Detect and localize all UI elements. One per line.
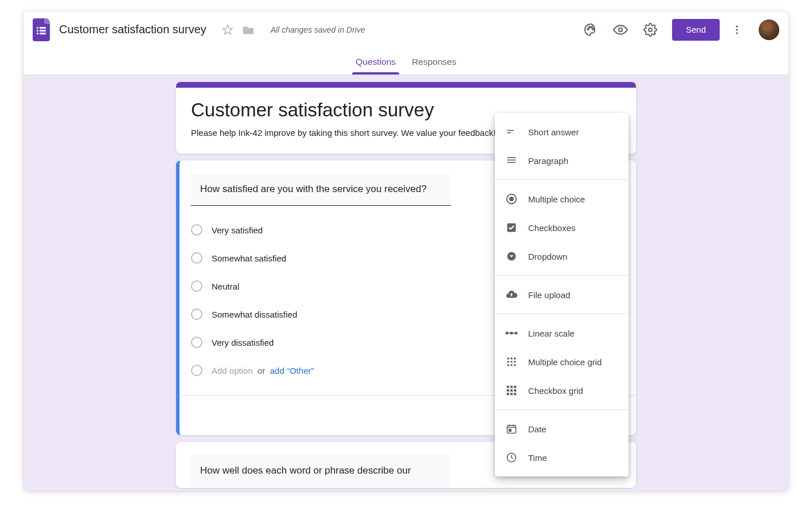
svg-rect-22 [508, 159, 516, 161]
account-avatar[interactable] [759, 19, 779, 40]
option-label[interactable]: Somewhat dissatisfied [212, 310, 297, 319]
question-type-menu: Short answer Paragraph Multiple choice C… [495, 113, 628, 476]
settings-icon[interactable] [638, 17, 663, 42]
qtype-multiple-choice[interactable]: Multiple choice [495, 185, 628, 213]
radio-icon [191, 337, 202, 348]
tab-responses[interactable]: Responses [409, 49, 459, 74]
qtype-checkbox-grid[interactable]: Checkbox grid [495, 376, 628, 405]
tab-questions[interactable]: Questions [353, 49, 398, 74]
svg-point-35 [507, 361, 509, 363]
svg-rect-51 [509, 429, 511, 431]
cloud-upload-icon [505, 288, 518, 301]
qtype-short-answer[interactable]: Short answer [495, 118, 628, 146]
preview-icon[interactable] [608, 17, 633, 42]
option-label[interactable]: Neutral [212, 282, 239, 291]
svg-point-33 [510, 357, 513, 359]
svg-point-38 [507, 364, 509, 366]
svg-point-10 [592, 28, 594, 29]
svg-rect-20 [508, 132, 512, 134]
qtype-linear-scale[interactable]: Linear scale [495, 319, 628, 347]
send-button[interactable]: Send [672, 19, 720, 41]
svg-rect-19 [508, 130, 514, 131]
svg-rect-23 [508, 162, 516, 163]
short-answer-icon [505, 126, 518, 138]
svg-rect-48 [510, 393, 513, 395]
radio-icon [191, 252, 202, 264]
qtype-checkboxes[interactable]: Checkboxes [495, 213, 628, 242]
qtype-multiple-choice-grid[interactable]: Multiple choice grid [495, 347, 628, 376]
svg-rect-0 [37, 27, 38, 29]
save-status: All changes saved in Drive [271, 25, 365, 34]
svg-point-15 [736, 32, 737, 34]
qtype-dropdown[interactable]: Dropdown [495, 242, 628, 271]
option-label[interactable]: Somewhat satisfied [212, 253, 286, 263]
svg-point-34 [514, 357, 516, 359]
mc-grid-icon [505, 355, 518, 368]
radio-icon [191, 365, 202, 376]
checkbox-grid-icon [505, 384, 518, 397]
qtype-label: File upload [528, 290, 570, 300]
svg-point-8 [589, 26, 590, 28]
dropdown-icon [505, 250, 518, 263]
qtype-label: Dropdown [528, 252, 567, 261]
star-icon[interactable] [221, 24, 234, 36]
svg-rect-44 [507, 389, 509, 392]
svg-point-11 [619, 28, 623, 32]
question-title-text: How well does each word or phrase descri… [200, 465, 411, 476]
qtype-paragraph[interactable]: Paragraph [495, 146, 628, 175]
svg-point-40 [514, 364, 516, 366]
radio-selected-icon [505, 193, 518, 205]
add-option-text[interactable]: Add option [212, 366, 253, 376]
customize-theme-icon[interactable] [578, 17, 603, 42]
svg-rect-45 [510, 389, 513, 392]
form-canvas: Customer satisfaction survey Please help… [24, 75, 788, 491]
menu-divider [495, 275, 628, 276]
option-label[interactable]: Very satisfied [212, 225, 263, 235]
svg-point-12 [649, 28, 652, 32]
qtype-label: Time [528, 453, 547, 463]
svg-point-25 [509, 197, 514, 201]
svg-point-36 [510, 361, 513, 363]
move-to-folder-icon[interactable] [242, 24, 255, 36]
svg-rect-46 [514, 389, 516, 392]
qtype-date[interactable]: Date [495, 415, 628, 443]
svg-point-13 [736, 25, 737, 27]
clock-icon [505, 451, 518, 464]
qtype-label: Short answer [528, 127, 579, 137]
svg-rect-5 [40, 33, 46, 34]
option-label[interactable]: Very dissatisfied [212, 338, 274, 347]
svg-point-39 [510, 364, 513, 366]
checkbox-icon [505, 221, 518, 234]
document-title[interactable]: Customer satisfaction survey [59, 23, 206, 36]
svg-point-9 [591, 26, 592, 28]
svg-rect-3 [40, 30, 46, 32]
qtype-time[interactable]: Time [495, 443, 628, 472]
svg-point-37 [514, 361, 516, 363]
more-options-icon[interactable] [724, 17, 749, 42]
svg-rect-2 [37, 30, 38, 32]
svg-point-14 [736, 29, 737, 30]
qtype-label: Checkboxes [528, 223, 576, 233]
menu-divider [495, 179, 628, 180]
qtype-label: Paragraph [528, 156, 568, 166]
or-text: or [257, 366, 265, 376]
forms-app-icon[interactable] [33, 18, 50, 41]
radio-icon [191, 280, 202, 292]
qtype-file-upload[interactable]: File upload [495, 280, 628, 309]
svg-rect-41 [507, 386, 509, 388]
svg-marker-6 [222, 25, 232, 34]
qtype-label: Multiple choice grid [528, 357, 602, 367]
add-other-link[interactable]: add “Other” [270, 366, 314, 376]
question-title-input[interactable]: How well does each word or phrase descri… [191, 455, 450, 487]
svg-rect-47 [507, 393, 509, 395]
question-title-text: How satisfied are you with the service y… [200, 183, 427, 194]
svg-rect-42 [510, 386, 513, 388]
header-bar: Customer satisfaction survey All changes… [24, 11, 788, 48]
question-title-input[interactable]: How satisfied are you with the service y… [191, 173, 451, 206]
svg-rect-49 [514, 393, 516, 395]
qtype-label: Checkbox grid [528, 386, 583, 396]
svg-rect-21 [508, 157, 516, 158]
menu-divider [495, 409, 628, 410]
svg-rect-1 [40, 27, 46, 29]
radio-icon [191, 308, 202, 320]
